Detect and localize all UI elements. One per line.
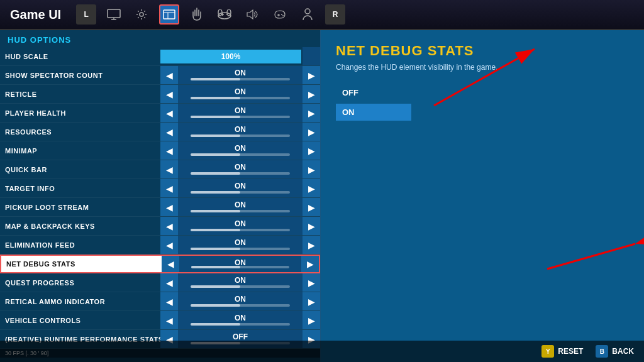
setting-control: ◀ON▶	[160, 104, 320, 122]
setting-value-container: ON	[178, 311, 303, 329]
setting-slider[interactable]	[191, 266, 289, 268]
setting-slider[interactable]	[191, 134, 290, 137]
setting-slider[interactable]	[191, 97, 290, 99]
setting-row: ELIMINATION FEED◀ON▶	[0, 236, 320, 255]
detail-title: NET DEBUG STATS	[336, 43, 629, 59]
reset-action[interactable]: Y RESET	[541, 345, 583, 358]
header-icons: L	[76, 4, 345, 25]
setting-value: ON	[235, 276, 246, 285]
option-item[interactable]: OFF	[336, 84, 411, 101]
arrow-right-button[interactable]: ▶	[303, 123, 320, 141]
setting-value: ON	[235, 182, 246, 190]
back-key-icon: B	[596, 345, 608, 358]
hud-icon[interactable]	[159, 4, 179, 25]
arrow-left-button[interactable]: ◀	[160, 85, 178, 103]
r-button-icon[interactable]: R	[325, 4, 345, 25]
setting-value-container: ON	[178, 123, 303, 141]
back-label: BACK	[612, 347, 634, 356]
setting-control: ◀ON▶	[160, 123, 320, 141]
hud-scale-right	[303, 47, 320, 65]
arrow-left-button[interactable]: ◀	[160, 66, 178, 84]
gamepad-icon[interactable]	[214, 4, 235, 25]
setting-value-container: ON	[178, 160, 303, 178]
setting-control: ◀ON▶	[160, 179, 320, 197]
arrows-overlay	[321, 30, 644, 362]
setting-row: TARGET INFO◀ON▶	[0, 179, 320, 198]
arrow-left-button[interactable]: ◀	[160, 236, 178, 254]
setting-slider[interactable]	[191, 78, 290, 80]
hud-scale-label: HUD SCALE	[0, 53, 160, 60]
svg-rect-0	[108, 9, 120, 18]
setting-value-container: ON	[178, 141, 303, 160]
arrow-right-button[interactable]: ▶	[303, 236, 320, 254]
arrow-right-button[interactable]: ▶	[303, 66, 320, 84]
person-icon[interactable]	[297, 4, 318, 25]
setting-row: NET DEBUG STATS◀ON▶	[0, 255, 320, 273]
setting-value: OFF	[233, 332, 248, 341]
arrow-left-button[interactable]: ◀	[160, 141, 178, 160]
setting-slider[interactable]	[191, 323, 290, 326]
reset-label: RESET	[558, 347, 583, 356]
arrow-left-button[interactable]: ◀	[160, 179, 178, 197]
back-action[interactable]: B BACK	[596, 345, 634, 358]
setting-slider[interactable]	[191, 304, 290, 307]
setting-value: ON	[235, 125, 246, 134]
setting-slider[interactable]	[191, 248, 290, 250]
setting-control: ◀ON▶	[160, 292, 320, 310]
arrow-left-button[interactable]: ◀	[160, 292, 178, 310]
setting-row: PLAYER HEALTH◀ON▶	[0, 104, 320, 123]
setting-control: ◀ON▶	[160, 236, 320, 254]
arrow-left-button[interactable]: ◀	[160, 273, 178, 292]
arrow-right-button[interactable]: ▶	[303, 198, 320, 216]
arrow-right-button[interactable]: ▶	[303, 85, 320, 103]
svg-point-17	[281, 14, 282, 15]
setting-control: ◀ON▶	[160, 160, 320, 178]
setting-value: ON	[235, 200, 246, 209]
arrow-right-button[interactable]: ▶	[303, 179, 320, 197]
setting-value-container: ON	[178, 217, 303, 235]
arrow-right-button[interactable]: ▶	[303, 273, 320, 292]
arrow-left-button[interactable]: ◀	[160, 104, 178, 122]
setting-slider[interactable]	[191, 229, 290, 231]
setting-value-container: ON	[178, 198, 303, 216]
arrow-right-button[interactable]: ▶	[303, 104, 320, 122]
setting-slider[interactable]	[191, 210, 290, 212]
arrow-left-button[interactable]: ◀	[160, 217, 178, 235]
setting-label: NET DEBUG STATS	[1, 260, 162, 268]
controller2-icon[interactable]	[270, 4, 290, 25]
hud-scale-value[interactable]: 100%	[160, 50, 301, 63]
setting-slider[interactable]	[191, 172, 290, 175]
setting-value: ON	[235, 69, 246, 77]
setting-value-container: ON	[178, 104, 303, 122]
arrow-right-button[interactable]: ▶	[303, 311, 320, 329]
arrow-right-button[interactable]: ▶	[301, 256, 319, 272]
arrow-left-button[interactable]: ◀	[160, 198, 178, 216]
l-button-icon[interactable]: L	[76, 4, 96, 25]
setting-label: MINIMAP	[0, 147, 160, 155]
detail-panel: NET DEBUG STATS Changes the HUD element …	[321, 30, 644, 362]
setting-value: ON	[235, 314, 246, 322]
hand-icon[interactable]	[187, 4, 207, 25]
option-item[interactable]: ON	[336, 104, 411, 121]
monitor-icon[interactable]	[104, 4, 124, 25]
arrow-left-button[interactable]: ◀	[160, 311, 178, 329]
setting-slider[interactable]	[191, 285, 290, 288]
setting-label: QUICK BAR	[0, 166, 160, 173]
volume-icon[interactable]	[242, 4, 262, 25]
setting-slider[interactable]	[191, 116, 290, 118]
svg-point-3	[140, 13, 143, 16]
arrow-right-button[interactable]: ▶	[303, 160, 320, 178]
arrow-right-button[interactable]: ▶	[303, 292, 320, 310]
arrow-left-button[interactable]: ◀	[160, 160, 178, 178]
setting-value: ON	[235, 144, 246, 153]
gear-icon[interactable]	[131, 4, 152, 25]
setting-row: QUEST PROGRESS◀ON▶	[0, 273, 320, 292]
arrow-right-button[interactable]: ▶	[303, 141, 320, 160]
setting-slider[interactable]	[191, 191, 290, 194]
setting-row: PICKUP LOOT STREAM◀ON▶	[0, 198, 320, 217]
settings-list: HUD OPTIONS HUD SCALE 100% SHOW SPECTATO…	[0, 30, 321, 362]
arrow-right-button[interactable]: ▶	[303, 217, 320, 235]
arrow-left-button[interactable]: ◀	[160, 123, 178, 141]
setting-slider[interactable]	[191, 153, 290, 156]
arrow-left-button[interactable]: ◀	[162, 256, 179, 272]
